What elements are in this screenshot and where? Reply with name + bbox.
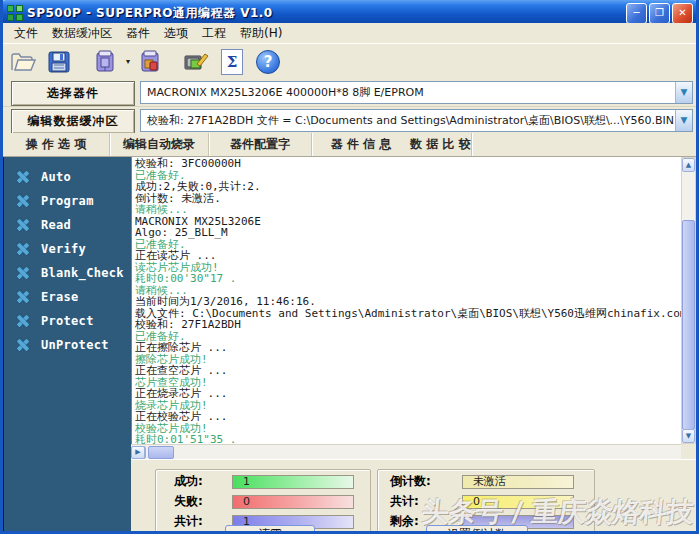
sidebar-item-label: Erase — [41, 290, 79, 304]
sidebar-operation-item[interactable]: Blank_Check — [4, 261, 131, 285]
device-combobox-arrow[interactable]: ▼ — [675, 82, 692, 103]
x-icon — [17, 267, 29, 279]
sidebar-item-label: Protect — [41, 314, 94, 328]
tab[interactable]: 操 作 选 项 — [3, 133, 110, 156]
x-icon — [17, 171, 29, 183]
log-line: 耗时0:00'30"17 . — [135, 273, 681, 285]
maximize-button[interactable]: ❐ — [649, 3, 670, 24]
menu-item[interactable]: 帮助(H) — [233, 23, 289, 44]
log-line: 倒计数: 未激活. — [135, 193, 681, 205]
sidebar-operation-item[interactable]: Read — [4, 213, 131, 237]
stat-value-bar: 0 — [232, 495, 354, 509]
window-title: SP500P - SUPERPRO通用编程器 V1.0 — [27, 5, 626, 22]
stat-row: 倒计数: 未激活 — [378, 473, 594, 490]
log-line: 校验和: 3FC00000H — [135, 158, 681, 170]
menu-item[interactable]: 选项 — [157, 23, 195, 44]
select-device-button[interactable]: 选择器件 — [11, 81, 135, 106]
log-line: 已准备好. — [135, 239, 681, 251]
x-icon — [17, 339, 29, 351]
operations-sidebar: Auto Program Read Verify Blank_Check — [3, 157, 131, 531]
toolbar: ▾ Σ ? — [3, 44, 696, 79]
x-icon — [17, 291, 29, 303]
buffer-combobox[interactable]: 校验和: 27F1A2BDH 文件 = C:\Documents and Set… — [140, 109, 693, 132]
log-line: 校验和: 27F1A2BDH — [135, 319, 681, 331]
device-combobox-value: MACRONIX MX25L3206E 400000H*8 8脚 E/EPROM — [141, 85, 675, 100]
clear-counters-button[interactable]: 清零 — [225, 525, 315, 534]
save-file-icon[interactable] — [43, 46, 75, 78]
log-line: 正在烧录芯片 ... — [135, 388, 681, 400]
close-button[interactable]: ✕ — [672, 3, 693, 24]
log-line: 当前时间为1/3/2016, 11:46:16. — [135, 296, 681, 308]
app-icon — [7, 5, 23, 21]
log-line: 耗时0:01'51"35 . — [135, 434, 681, 444]
tab-bar: 操 作 选 项编辑自动烧录器件配置字器 件 信 息数 据 比 较 — [3, 133, 696, 157]
log-line: 正在校验芯片 ... — [135, 411, 681, 423]
sidebar-item-label: UnProtect — [41, 338, 109, 352]
device-operate-icon[interactable] — [89, 46, 121, 78]
log-line: 请稍候... — [135, 204, 681, 216]
sidebar-item-label: Verify — [41, 242, 86, 256]
tab[interactable]: 编辑自动烧录 — [110, 133, 209, 156]
sidebar-operation-item[interactable]: UnProtect — [4, 333, 131, 357]
app-window: SP500P - SUPERPRO通用编程器 V1.0 ─ ❐ ✕ 文件数据缓冲… — [0, 0, 699, 534]
buffer-edit-row: 编辑数据缓冲区 校验和: 27F1A2BDH 文件 = C:\Documents… — [3, 106, 696, 134]
stat-label: 共计: — [174, 513, 232, 530]
edit-buffer-icon[interactable] — [180, 46, 212, 78]
open-file-icon[interactable] — [7, 46, 39, 78]
device-dropdown-arrow[interactable]: ▾ — [126, 57, 130, 66]
scrollbar-corner — [681, 444, 696, 459]
stat-value-bar: 未激活 — [462, 475, 574, 489]
x-icon — [17, 243, 29, 255]
menu-item[interactable]: 工程 — [195, 23, 233, 44]
menu-bar: 文件数据缓冲区器件选项工程帮助(H) — [3, 23, 696, 44]
watermark-text: 头条号 / 重庆焱烙科技 — [420, 494, 695, 530]
horizontal-scroll-thumb[interactable] — [148, 446, 174, 459]
scroll-up-arrow[interactable]: ▲ — [682, 158, 695, 172]
log-line: 成功:2,失败:0,共计:2. — [135, 181, 681, 193]
stat-row: 成功: 1 — [156, 473, 370, 490]
sidebar-item-label: Auto — [41, 170, 71, 184]
x-icon — [17, 195, 29, 207]
stat-label: 成功: — [174, 473, 232, 490]
log-line: 正在查空芯片 ... — [135, 365, 681, 377]
vertical-scroll-thumb[interactable] — [682, 220, 695, 430]
buffer-combobox-value: 校验和: 27F1A2BDH 文件 = C:\Documents and Set… — [141, 113, 675, 128]
log-line: Algo: 25_BLL_M — [135, 227, 681, 239]
sidebar-item-label: Program — [41, 194, 94, 208]
sidebar-operation-item[interactable]: Verify — [4, 237, 131, 261]
log-horizontal-scrollbar[interactable]: ◀ ▶ — [131, 444, 681, 459]
sidebar-operation-item[interactable]: Auto — [4, 165, 131, 189]
scroll-right-arrow[interactable]: ▶ — [131, 446, 145, 459]
help-icon[interactable]: ? — [252, 46, 284, 78]
sidebar-operation-item[interactable]: Protect — [4, 309, 131, 333]
device-combobox[interactable]: MACRONIX MX25L3206E 400000H*8 8脚 E/EPROM… — [140, 81, 693, 104]
stat-row: 失败: 0 — [156, 493, 370, 510]
x-icon — [17, 219, 29, 231]
log-vertical-scrollbar[interactable]: ▲ ▼ — [681, 157, 696, 444]
sidebar-operation-item[interactable]: Program — [4, 189, 131, 213]
device-select-row: 选择器件 MACRONIX MX25L3206E 400000H*8 8脚 E/… — [3, 79, 696, 106]
tab[interactable]: 数 据 比 较 — [410, 133, 472, 156]
log-output-area[interactable]: 校验和: 3FC00000H已准备好.成功:2,失败:0,共计:2.倒计数: 未… — [131, 157, 681, 444]
scroll-down-arrow[interactable]: ▼ — [682, 429, 695, 443]
minimize-button[interactable]: ─ — [626, 3, 647, 24]
buffer-combobox-arrow[interactable]: ▼ — [675, 110, 692, 131]
sidebar-operation-item[interactable]: Erase — [4, 285, 131, 309]
sidebar-item-label: Read — [41, 218, 71, 232]
stat-value-bar: 1 — [232, 475, 354, 489]
device-load-icon[interactable] — [134, 46, 166, 78]
log-line: 正在读芯片 ... — [135, 250, 681, 262]
menu-item[interactable]: 器件 — [119, 23, 157, 44]
stat-label: 失败: — [174, 493, 232, 510]
x-icon — [17, 315, 29, 327]
log-line: 正在擦除芯片 ... — [135, 342, 681, 354]
tab[interactable]: 器件配置字 — [209, 133, 312, 156]
sidebar-item-label: Blank_Check — [41, 266, 124, 280]
tab[interactable]: 器 件 信 息 — [312, 133, 410, 156]
edit-buffer-button[interactable]: 编辑数据缓冲区 — [11, 109, 135, 134]
menu-item[interactable]: 文件 — [7, 23, 45, 44]
checksum-icon[interactable]: Σ — [216, 46, 248, 78]
menu-item[interactable]: 数据缓冲区 — [45, 23, 119, 44]
stat-label: 倒计数: — [390, 473, 462, 490]
